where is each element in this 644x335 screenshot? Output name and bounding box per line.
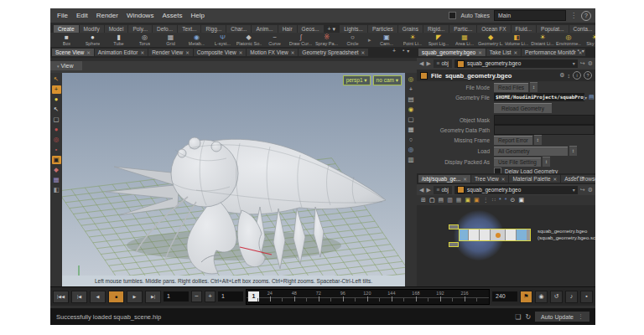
pane-tab[interactable]: Material Palette✕ [509,175,560,183]
viewport-display-icon[interactable]: ▦ [407,126,416,134]
file-node[interactable] [459,229,531,241]
shelf-tool-button[interactable]: ○Circle [340,34,366,46]
shelf-tool-button[interactable]: ◆Geometry L... [478,34,504,46]
playbar-option-icon[interactable]: ⚑ [520,291,532,303]
close-icon[interactable]: ✕ [86,50,91,55]
network-toolbar-icon[interactable]: ▥ [447,196,453,204]
auto-takes-checkbox[interactable] [449,12,456,19]
shelf-tab[interactable]: Hair [278,25,297,33]
viewport-tool-icon[interactable]: ● [52,95,61,104]
close-icon[interactable]: ✕ [239,50,243,55]
shelf-tool-button[interactable]: ~Curve [262,34,288,46]
missing-frame-dropdown[interactable]: Report Error [494,136,532,145]
node-flag[interactable] [506,229,517,240]
close-icon[interactable]: ✕ [463,177,467,182]
view-tab[interactable]: ▾ View [50,61,82,70]
take-selector[interactable]: Main [494,10,566,21]
add-shelf-icon[interactable]: + ▾ [325,26,340,33]
node-path-field[interactable]: squab_geometry.bgeo▾ [454,59,578,68]
range-start-field[interactable]: 1 [218,291,243,302]
close-icon[interactable]: ✕ [361,50,366,55]
pane-tab[interactable]: squab_geometry.bgeo✕ [418,49,486,56]
node-icon-tile[interactable] [491,229,506,240]
menu-item[interactable]: Help [190,12,204,19]
shelf-tab[interactable]: Create [54,25,79,33]
transport-button[interactable]: ■ [108,291,124,303]
shelf-tool-button[interactable]: ▣Cam... [374,34,400,46]
current-frame-field[interactable]: 1 [164,291,189,302]
file-chooser-icon[interactable]: ▤ [589,94,595,100]
pane-menu-icons[interactable]: ▪▾ [402,48,412,54]
close-icon[interactable]: ✕ [513,50,517,55]
node-input-connector[interactable] [449,224,459,229]
scene-viewport[interactable]: persp1 ▾ no cam ▾ Left mouse tumbles. Mi… [62,73,405,286]
viewport-display-icon[interactable]: ◎ [407,146,416,154]
pane-tab[interactable]: Motion FX View✕ [247,49,298,56]
network-toolbar-icon[interactable]: * [499,196,501,204]
viewport-tool-icon[interactable]: ↖ [52,75,61,84]
pane-tab[interactable]: Composite View✕ [194,49,246,56]
node-flag[interactable] [469,229,480,240]
geometry-file-field[interactable]: $HOME/HoudiniProjects/squabProject [494,93,584,101]
shelf-tab[interactable]: Geos... [298,25,324,33]
pane-tab[interactable]: Scene View✕ [52,49,94,56]
menu-item[interactable]: Assets [162,12,182,19]
shelf-tab[interactable]: Lights... [340,25,367,33]
jump-icon[interactable]: ↪ [580,60,585,67]
viewport-display-icon[interactable]: ▥ [407,156,416,164]
frame-increment-button[interactable]: + [205,291,216,302]
close-icon[interactable]: ✕ [501,177,506,182]
dropdown-icon[interactable]: ▾ [584,95,587,100]
shelf-tool-button[interactable]: ◎Torus [132,34,158,46]
shelf-tool-button[interactable]: ◉Metab... [184,34,210,46]
viewport-tool-icon[interactable]: ▢ [52,116,61,124]
transport-button[interactable]: ▶ [127,291,143,303]
delay-load-checkbox[interactable] [494,168,501,174]
node-name[interactable]: squab_geometry.bgeo [445,72,512,80]
network-toolbar-icon[interactable]: ▣ [474,196,480,204]
timeline[interactable]: 1 24487296120144168192216 [246,289,490,305]
shelf-tool-button[interactable]: ☀Distant Li... [530,34,556,46]
path-chip[interactable]: ≡ obj [434,59,452,68]
persp-selector[interactable]: persp1 ▾ [343,75,371,85]
playbar-option-icon[interactable]: ◉ [535,291,548,303]
pane-menu-icons[interactable]: +▪▾ [572,48,587,54]
close-icon[interactable]: ✕ [478,50,482,55]
shelf-tool-button[interactable]: ●Sphere [80,34,106,46]
shelf-tool-button[interactable]: ☀Point Li... [400,34,426,46]
shelf-tab[interactable]: Populat... [537,25,568,33]
reload-geometry-button[interactable]: Reload Geometry [494,103,552,113]
shelf-tab[interactable]: Rigg... [201,25,226,33]
frame-decrement-button[interactable]: − [191,291,202,302]
shelf-tab[interactable]: Fluid... [512,25,537,33]
pin-icon[interactable]: ↕ [568,73,571,79]
network-toolbar-icon[interactable]: ∷ [492,196,496,204]
menu-item[interactable]: File [57,12,68,19]
gear-icon[interactable]: ⚙ [559,72,564,79]
auto-update-selector[interactable]: Auto Update⋮ [535,312,589,322]
help-icon[interactable]: ? [584,71,592,80]
display-packed-as-dropdown[interactable]: Use File Setting [494,157,541,167]
transport-button[interactable]: |◀◀ [53,291,69,303]
node-flag[interactable] [480,229,491,240]
shelf-tool-button[interactable]: ◎Environme... [556,34,582,46]
viewport-tool-icon[interactable]: ▦ [52,176,61,184]
node-flag[interactable] [517,229,527,240]
shelf-tool-button[interactable]: ΨL-syst... [210,34,236,46]
node-flag[interactable] [460,229,469,240]
shelf-tab[interactable]: Model [105,25,128,33]
pane-tab[interactable]: Tree View✕ [471,175,509,183]
playbar-option-icon[interactable]: ♪ [565,291,578,303]
menu-item[interactable]: Edit [76,12,88,19]
network-toolbar-icon[interactable]: ⊙ [511,196,516,204]
shelf-tab[interactable]: Text... [178,25,200,33]
viewport-tool-icon[interactable]: ● [52,126,61,134]
viewport-display-icon[interactable]: ○ [407,136,416,144]
viewport-tool-icon[interactable]: ◎ [52,136,61,144]
shelf-tab[interactable]: Modify [80,25,104,33]
close-icon[interactable]: ✕ [185,50,190,55]
stepper-icon[interactable]: ↕ [569,146,577,156]
forward-icon[interactable]: ▶ [426,187,430,193]
shelf-tab[interactable]: Defo... [153,25,177,33]
viewport-display-icon[interactable]: ◉ [407,106,416,114]
